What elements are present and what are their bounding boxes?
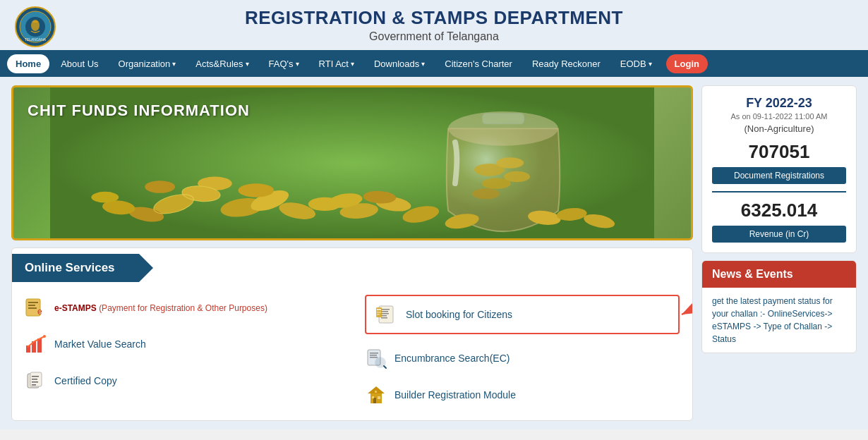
estamps-label: e-STAMPS (Payment for Registration & Oth…	[54, 302, 267, 313]
chart-icon	[25, 333, 47, 355]
chevron-icon: ▾	[351, 60, 354, 68]
svg-rect-65	[370, 353, 378, 354]
svg-rect-55	[381, 311, 388, 312]
svg-rect-50	[32, 379, 37, 380]
nav-about-us[interactable]: About Us	[52, 54, 107, 73]
svg-rect-39	[28, 302, 38, 303]
fy-year: FY 2022-23	[712, 96, 846, 111]
fy-type: (Non-Agriculture)	[712, 123, 846, 134]
news-events-card: News & Events get the latest payment sta…	[701, 260, 857, 353]
revenue-count: 6325.014	[712, 200, 846, 221]
market-value-label: Market Value Search	[54, 338, 146, 350]
svg-rect-54	[381, 309, 390, 310]
svg-rect-61	[377, 312, 381, 313]
header-text-block: REGISTRATION & STAMPS DEPARTMENT Governm…	[245, 7, 623, 43]
fy-stats-card: FY 2022-23 As on 09-11-2022 11:00 AM (No…	[701, 85, 857, 253]
encumbrance-icon	[365, 347, 387, 369]
svg-rect-60	[377, 309, 381, 310]
svg-rect-75	[375, 391, 377, 393]
banner-title: CHIT FUNDS INFORMATION	[28, 102, 250, 120]
svg-rect-52	[32, 384, 36, 386]
service-certified-copy[interactable]: Certified Copy	[12, 362, 352, 399]
svg-point-16	[239, 183, 275, 197]
slot-booking-label: Slot booking for Citizens	[406, 309, 512, 320]
svg-rect-73	[378, 396, 380, 399]
svg-text:TELANGANA: TELANGANA	[25, 37, 47, 42]
content-column: CHIT FUNDS INFORMATION	[11, 85, 693, 421]
revenue-label: Revenue (in Cr)	[712, 226, 846, 243]
svg-point-15	[145, 181, 175, 193]
hero-banner: CHIT FUNDS INFORMATION	[11, 85, 693, 240]
arrow-indicator	[675, 300, 693, 329]
svg-rect-66	[370, 355, 377, 356]
encumbrance-label: Encumbrance Search(EC)	[394, 353, 510, 364]
services-section-header: Online Services	[12, 254, 153, 282]
svg-point-46	[43, 335, 46, 338]
slot-icon	[376, 303, 399, 326]
svg-line-69	[384, 366, 386, 368]
svg-rect-72	[373, 398, 376, 403]
slot-booking-container: Slot booking for Citizens	[352, 289, 692, 340]
svg-rect-45	[37, 338, 42, 353]
doc-registrations-count: 707051	[712, 141, 846, 163]
service-market-value[interactable]: Market Value Search	[12, 326, 352, 362]
news-body-text: get the latest payment status for your c…	[702, 288, 856, 353]
nav-login[interactable]: Login	[666, 54, 708, 73]
svg-point-26	[504, 171, 530, 183]
right-sidebar: FY 2022-23 As on 09-11-2022 11:00 AM (No…	[701, 85, 857, 421]
news-header: News & Events	[702, 261, 856, 288]
nav-acts-rules[interactable]: Acts&Rules ▾	[187, 54, 257, 73]
fy-date: As on 09-11-2022 11:00 AM	[712, 112, 846, 121]
svg-point-14	[198, 176, 232, 190]
chevron-icon: ▾	[296, 60, 299, 68]
nav-organization[interactable]: Organization ▾	[110, 54, 185, 73]
online-services-section: Online Services e	[11, 248, 693, 421]
nav-downloads[interactable]: Downloads ▾	[366, 54, 433, 73]
svg-point-17	[91, 192, 119, 203]
svg-rect-28	[483, 114, 524, 124]
nav-faqs[interactable]: FAQ's ▾	[260, 54, 308, 73]
estamps-icon: e	[25, 296, 47, 319]
nav-ready-reckoner[interactable]: Ready Reckoner	[524, 54, 609, 73]
services-top-bar: Online Services	[12, 248, 692, 282]
service-slot-booking[interactable]: Slot booking for Citizens	[368, 298, 677, 331]
nav-rti[interactable]: RTI Act ▾	[311, 54, 363, 73]
svg-rect-57	[381, 315, 387, 317]
svg-rect-74	[372, 396, 374, 398]
service-builder-registration[interactable]: Builder Registration Module	[352, 377, 692, 413]
chevron-icon: ▾	[246, 60, 249, 68]
department-logo: TELANGANA	[14, 6, 56, 48]
government-subtitle: Government of Telangana	[245, 30, 623, 43]
svg-rect-4	[33, 21, 37, 23]
stat-divider	[712, 191, 846, 192]
svg-rect-67	[370, 357, 378, 358]
nav-home[interactable]: Home	[7, 54, 49, 73]
svg-rect-51	[32, 381, 38, 383]
certified-copy-label: Certified Copy	[54, 375, 117, 386]
slot-booking-highlight-box: Slot booking for Citizens	[365, 295, 680, 334]
nav-eodb[interactable]: EODB ▾	[612, 54, 661, 73]
chevron-icon: ▾	[421, 60, 425, 68]
svg-rect-40	[28, 305, 35, 306]
svg-rect-41	[28, 307, 37, 309]
building-icon	[365, 384, 387, 406]
service-encumbrance[interactable]: Encumbrance Search(EC)	[352, 340, 692, 377]
doc-registrations-label: Document Registrations	[712, 167, 846, 184]
nav-citizens-charter[interactable]: Citizen's Charter	[436, 54, 521, 73]
chevron-icon: ▾	[649, 60, 652, 68]
department-title: REGISTRATION & STAMPS DEPARTMENT	[245, 7, 623, 29]
svg-rect-62	[377, 314, 380, 315]
chevron-icon: ▾	[172, 60, 176, 68]
copy-icon	[25, 369, 47, 392]
svg-rect-56	[381, 313, 389, 314]
page-header: TELANGANA REGISTRATION & STAMPS DEPARTME…	[0, 0, 868, 50]
service-estamps[interactable]: e e-STAMPS (Payment for Registration & O…	[12, 289, 352, 326]
svg-rect-49	[32, 376, 39, 377]
main-content: CHIT FUNDS INFORMATION	[0, 77, 868, 429]
svg-point-27	[472, 188, 500, 200]
services-grid: e e-STAMPS (Payment for Registration & O…	[12, 282, 692, 420]
svg-point-24	[496, 157, 524, 169]
svg-rect-58	[381, 317, 387, 319]
main-navbar: Home About Us Organization ▾ Acts&Rules …	[0, 50, 868, 77]
builder-registration-label: Builder Registration Module	[394, 389, 516, 401]
